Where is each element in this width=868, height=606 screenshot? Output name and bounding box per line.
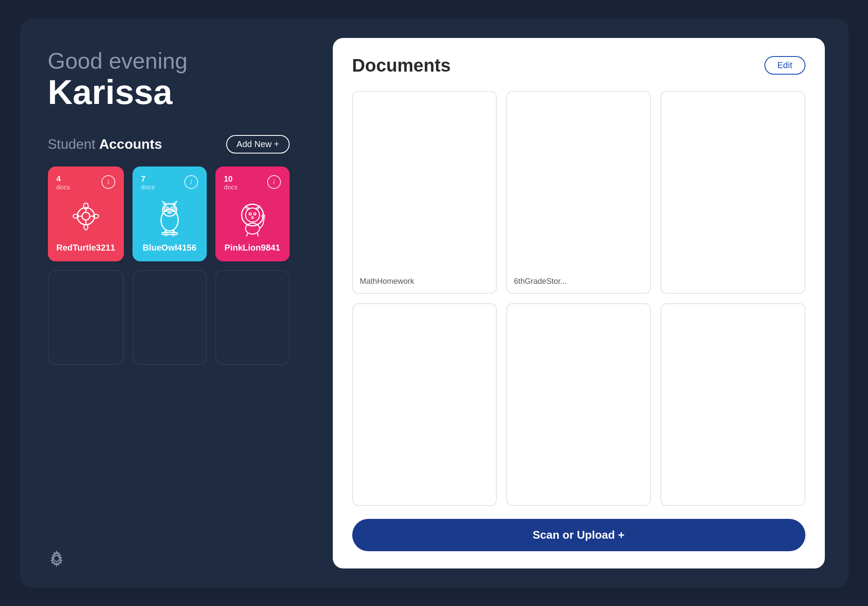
- account-name: RedTurtle3211: [57, 243, 115, 253]
- settings-button[interactable]: [48, 550, 65, 568]
- svg-line-35: [257, 232, 258, 236]
- owl-icon: [141, 191, 198, 242]
- lion-icon: [224, 191, 281, 242]
- app-container: Good evening Karissa Student Accounts Ad…: [20, 19, 849, 588]
- left-panel: Good evening Karissa Student Accounts Ad…: [20, 19, 313, 588]
- doc-count: 7: [141, 175, 155, 184]
- doc-count-group: 10 docs: [224, 175, 238, 191]
- svg-point-37: [54, 556, 60, 562]
- greeting: Good evening Karissa: [48, 49, 290, 135]
- empty-account-slot-2[interactable]: [133, 270, 207, 365]
- scan-upload-button[interactable]: Scan or Upload +: [352, 519, 805, 551]
- greeting-text: Good evening: [48, 49, 290, 73]
- svg-rect-24: [165, 234, 167, 236]
- doc-card-5[interactable]: [506, 303, 651, 506]
- svg-line-34: [246, 232, 248, 236]
- svg-point-15: [172, 208, 174, 210]
- doc-card-6[interactable]: [660, 303, 805, 506]
- svg-marker-30: [251, 216, 253, 217]
- info-icon[interactable]: i: [267, 175, 281, 189]
- doc-count-group: 4 docs: [57, 175, 70, 191]
- doc-label: docs: [224, 183, 238, 191]
- svg-point-1: [82, 212, 90, 220]
- user-name: Karissa: [48, 73, 290, 111]
- svg-point-26: [241, 204, 263, 226]
- doc-card-2[interactable]: 6thGradeStor...: [506, 91, 651, 294]
- turtle-icon: [57, 191, 115, 242]
- doc-card-4[interactable]: [352, 303, 497, 506]
- empty-account-slot-3[interactable]: [215, 270, 290, 365]
- section-header: Student Accounts Add New +: [48, 135, 290, 154]
- edit-button[interactable]: Edit: [764, 56, 805, 75]
- right-panel: Documents Edit MathHomework 6thGradeStor…: [313, 19, 849, 588]
- doc-card-1[interactable]: MathHomework: [352, 91, 497, 294]
- doc-card-name: 6thGradeStor...: [514, 277, 643, 286]
- card-top: 7 docs i: [141, 175, 198, 191]
- doc-card-name: MathHomework: [360, 277, 489, 286]
- doc-label: docs: [141, 183, 155, 191]
- svg-marker-17: [163, 201, 167, 204]
- doc-count: 10: [224, 175, 238, 184]
- svg-point-33: [245, 223, 259, 234]
- section-label-bold: Accounts: [99, 136, 162, 152]
- account-card-pink-lion[interactable]: 10 docs i: [215, 166, 290, 261]
- docs-grid: MathHomework 6thGradeStor...: [352, 91, 805, 506]
- account-card-red-turtle[interactable]: 4 docs i: [48, 166, 124, 261]
- doc-card-3[interactable]: [660, 91, 805, 294]
- doc-count: 4: [57, 175, 70, 184]
- section-label-plain: Student: [48, 136, 99, 152]
- svg-marker-31: [245, 206, 249, 209]
- doc-label: docs: [57, 183, 70, 191]
- documents-card: Documents Edit MathHomework 6thGradeStor…: [333, 38, 825, 568]
- empty-account-slot-1[interactable]: [48, 270, 124, 365]
- add-new-button[interactable]: Add New +: [226, 135, 289, 154]
- svg-marker-16: [168, 211, 171, 213]
- svg-point-27: [245, 208, 259, 222]
- account-name: BlueOwl4156: [141, 243, 198, 253]
- svg-rect-25: [172, 234, 174, 236]
- svg-point-28: [249, 213, 251, 215]
- doc-count-group: 7 docs: [141, 175, 155, 191]
- documents-title: Documents: [352, 55, 451, 76]
- account-name: PinkLion9841: [224, 243, 281, 253]
- card-top: 10 docs i: [224, 175, 281, 191]
- documents-header: Documents Edit: [352, 55, 805, 76]
- section-title: Student Accounts: [48, 136, 162, 152]
- svg-marker-18: [173, 201, 177, 204]
- svg-point-29: [253, 213, 256, 215]
- card-top: 4 docs i: [57, 175, 115, 191]
- account-card-blue-owl[interactable]: 7 docs i: [133, 166, 207, 261]
- info-icon[interactable]: i: [184, 175, 198, 189]
- settings-icon: [48, 550, 65, 567]
- info-icon[interactable]: i: [101, 175, 115, 189]
- svg-marker-32: [256, 206, 259, 209]
- svg-point-14: [165, 208, 167, 210]
- accounts-grid: 4 docs i: [48, 166, 290, 365]
